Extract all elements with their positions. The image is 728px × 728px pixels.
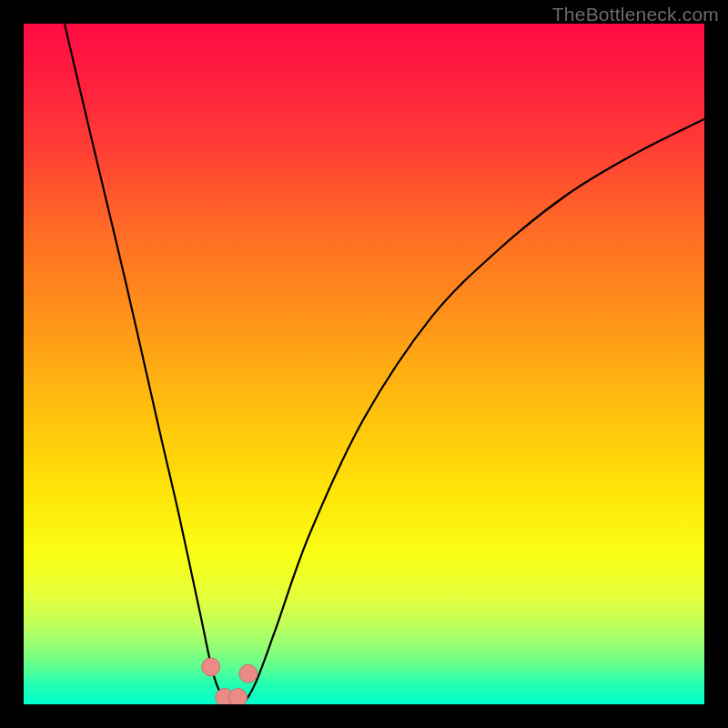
bottleneck-marker <box>239 664 258 682</box>
chart-panel <box>24 24 704 704</box>
bottleneck-marker <box>229 689 248 705</box>
watermark-text: TheBottleneck.com <box>552 4 719 25</box>
marker-group <box>202 658 258 704</box>
bottleneck-marker <box>202 658 220 676</box>
curve-path <box>65 24 704 704</box>
bottleneck-curve <box>24 24 704 704</box>
